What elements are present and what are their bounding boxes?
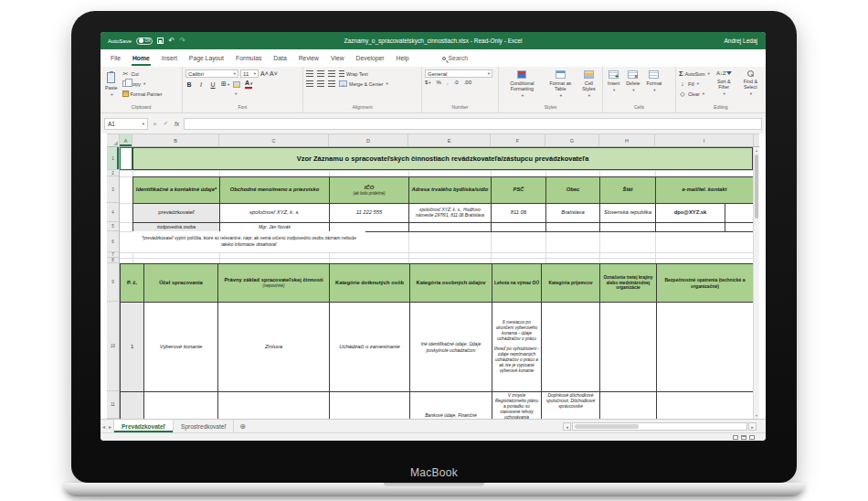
- name-box[interactable]: A1: [104, 118, 148, 130]
- scroll-up-icon[interactable]: ▴: [754, 148, 759, 153]
- header-cell[interactable]: Kategórie dotknutých osôb: [330, 264, 410, 303]
- header-cell[interactable]: P. č.: [121, 264, 144, 303]
- italic-button[interactable]: I: [197, 81, 205, 88]
- cell[interactable]: spoločnosť XYZ, k. s.: [220, 204, 330, 223]
- comma-style-button[interactable]: ,: [447, 80, 449, 85]
- header-cell[interactable]: Kategória osobných údajov: [410, 264, 492, 303]
- format-cells-button[interactable]: Format: [645, 69, 664, 104]
- row-header-4[interactable]: 4: [107, 203, 119, 222]
- autosum-button[interactable]: ΣAutoSum: [679, 69, 710, 78]
- tab-view[interactable]: View: [330, 50, 345, 66]
- row-header-11[interactable]: 11: [107, 391, 119, 419]
- font-size-select[interactable]: 11: [240, 69, 259, 78]
- cell[interactable]: [600, 392, 657, 419]
- tab-developer[interactable]: Developer: [355, 50, 386, 66]
- cell[interactable]: [600, 303, 657, 392]
- header-cell[interactable]: Označenie tretej krajiny alebo medzináro…: [600, 264, 657, 303]
- autosave-toggle[interactable]: Off: [136, 37, 153, 45]
- vertical-scroll-thumb[interactable]: [755, 155, 758, 219]
- undo-icon[interactable]: ↶: [168, 37, 175, 45]
- decrease-decimal-button[interactable]: .00: [464, 80, 471, 85]
- cell[interactable]: Bratislava: [546, 204, 600, 223]
- row-header-1[interactable]: 1: [107, 147, 119, 170]
- cell[interactable]: Bankové údaje, Finančné: [410, 392, 492, 419]
- hscroll-track[interactable]: [572, 422, 747, 431]
- sheet-title-banner[interactable]: Vzor Záznamu o spracovateľských činnosti…: [132, 147, 753, 170]
- cell[interactable]: spoločnosť XYZ, k. s., Hodžovo námestie …: [409, 204, 492, 223]
- copy-button[interactable]: Copy: [122, 80, 163, 88]
- sheet-tab-prevadzkovatel[interactable]: Prevádzkovateľ: [113, 420, 174, 432]
- grow-font-button[interactable]: A˄: [260, 70, 268, 77]
- row-header-2[interactable]: 2: [107, 170, 119, 176]
- shrink-font-button[interactable]: A˅: [270, 70, 277, 77]
- tab-page-layout[interactable]: Page Layout: [188, 50, 225, 66]
- horizontal-scrollbar[interactable]: ◂ ▸: [563, 422, 757, 431]
- sheet-tab-sprostredkovatel[interactable]: Sprostredkovateľ: [174, 420, 234, 432]
- clear-button[interactable]: ◇Clear: [679, 90, 710, 98]
- row-header-9[interactable]: 9: [107, 263, 119, 302]
- header-cell[interactable]: Štát: [600, 177, 656, 204]
- header-cell[interactable]: IČO(ak bolo pridelné): [330, 177, 409, 204]
- find-select-button[interactable]: Find & Select: [738, 69, 763, 104]
- header-cell[interactable]: Adresa trvalého bydliska/sídlo: [409, 177, 492, 204]
- horizontal-scroll-thumb[interactable]: [575, 424, 639, 429]
- cell[interactable]: [409, 223, 492, 232]
- cell[interactable]: Uchádzači o zamestnanie: [330, 303, 410, 392]
- footnote-cell[interactable]: *prevádzkovateľ vyplní políčka, ktoré sú…: [132, 231, 365, 252]
- cell[interactable]: 6 mesiacov po ukončení výberového konani…: [492, 303, 542, 392]
- align-bottom-icon[interactable]: [328, 70, 335, 77]
- percent-style-button[interactable]: %: [437, 80, 441, 85]
- column-header-f[interactable]: F: [491, 134, 545, 146]
- column-header-h[interactable]: H: [599, 134, 655, 146]
- cell[interactable]: dpo@XYZ.sk: [656, 204, 725, 223]
- formula-input[interactable]: [184, 118, 762, 130]
- column-header-d[interactable]: D: [329, 134, 408, 146]
- cell[interactable]: Iné identifikačné údaje, Údaje poskytnut…: [410, 303, 492, 392]
- format-painter-button[interactable]: Format Painter: [122, 90, 163, 98]
- header-cell[interactable]: Účel spracovania: [144, 264, 218, 303]
- tab-file[interactable]: File: [110, 50, 122, 66]
- align-center-icon[interactable]: [317, 80, 324, 87]
- format-as-table-button[interactable]: Format as Table: [545, 69, 576, 104]
- cell[interactable]: [546, 223, 600, 232]
- tab-insert[interactable]: Insert: [161, 50, 178, 66]
- header-cell[interactable]: e-mail/tel. kontakt: [656, 177, 753, 204]
- fill-color-button[interactable]: [233, 81, 240, 88]
- cell[interactable]: prevádzkovateľ: [133, 204, 220, 223]
- cell[interactable]: [144, 392, 218, 419]
- cell[interactable]: V zmysle Registratúrneho plánu a poriadk…: [492, 392, 542, 419]
- conditional-formatting-button[interactable]: Conditional Formatting: [502, 69, 543, 104]
- header-cell[interactable]: Kategória príjemcov: [542, 264, 600, 303]
- row-header-10[interactable]: 10: [107, 302, 119, 391]
- column-header-i[interactable]: I: [655, 134, 754, 146]
- hscroll-left-icon[interactable]: ◂: [563, 422, 571, 431]
- fill-button[interactable]: ↓Fill: [679, 80, 710, 88]
- insert-cells-button[interactable]: Insert: [606, 69, 621, 104]
- column-header-g[interactable]: G: [545, 134, 599, 146]
- tab-help[interactable]: Help: [396, 50, 410, 66]
- row-header-6[interactable]: 6: [107, 231, 119, 252]
- borders-button[interactable]: ⊞: [221, 80, 228, 88]
- align-left-icon[interactable]: [306, 80, 313, 87]
- cancel-icon[interactable]: ×: [151, 121, 159, 127]
- add-sheet-icon[interactable]: ⊕: [239, 422, 246, 431]
- cell-styles-button[interactable]: Cell Styles: [578, 69, 599, 104]
- vertical-scrollbar[interactable]: ▴ ▾: [753, 147, 759, 419]
- cell[interactable]: [492, 223, 546, 232]
- insert-function-icon[interactable]: fx: [173, 121, 181, 127]
- save-icon[interactable]: [157, 37, 164, 44]
- number-format-select[interactable]: General: [425, 69, 492, 78]
- wrap-text-button[interactable]: Wrap Text: [339, 69, 368, 78]
- cell[interactable]: [218, 392, 330, 419]
- cell[interactable]: Výberové konanie: [144, 303, 218, 392]
- search-box[interactable]: Search: [442, 55, 469, 61]
- cell[interactable]: [725, 223, 753, 232]
- merge-center-button[interactable]: ↔Merge & Center: [339, 80, 388, 88]
- column-header-a[interactable]: A: [120, 134, 132, 146]
- page-layout-view-icon[interactable]: [741, 435, 746, 440]
- column-header-c[interactable]: C: [219, 134, 329, 146]
- tab-formulas[interactable]: Formulas: [235, 50, 262, 66]
- column-header-b[interactable]: B: [132, 134, 219, 146]
- bold-button[interactable]: B: [185, 81, 193, 88]
- cell[interactable]: Doplnkové dôchodkové spoločnosti, Dôchod…: [542, 392, 600, 419]
